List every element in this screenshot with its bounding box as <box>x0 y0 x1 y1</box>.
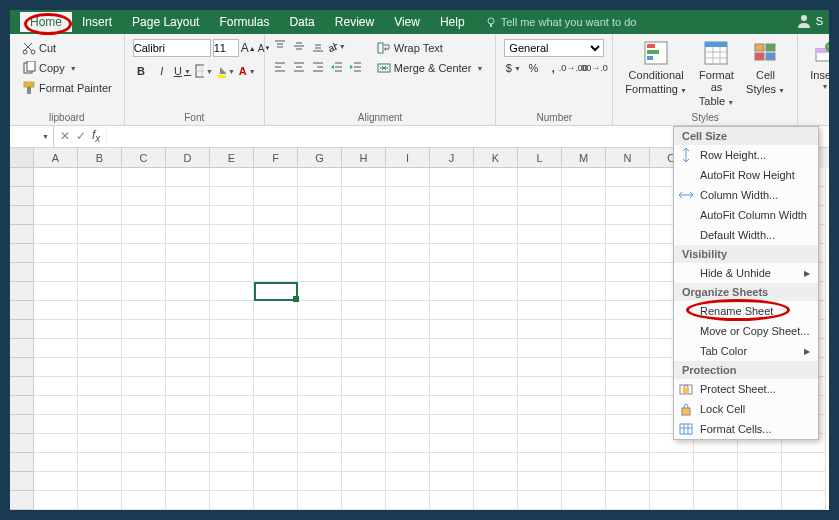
cell[interactable] <box>78 168 122 187</box>
cell[interactable] <box>430 415 474 434</box>
align-center-button[interactable] <box>290 58 308 76</box>
row-header[interactable] <box>10 396 34 415</box>
cell[interactable] <box>122 491 166 510</box>
cell[interactable] <box>474 187 518 206</box>
cell[interactable] <box>518 244 562 263</box>
row-header[interactable] <box>10 472 34 491</box>
cell[interactable] <box>474 168 518 187</box>
cell[interactable] <box>518 377 562 396</box>
cell[interactable] <box>210 301 254 320</box>
cell[interactable] <box>166 453 210 472</box>
cell[interactable] <box>606 282 650 301</box>
cell[interactable] <box>562 415 606 434</box>
cell[interactable] <box>298 415 342 434</box>
cell[interactable] <box>34 491 78 510</box>
col-header[interactable]: H <box>342 148 386 168</box>
cell[interactable] <box>298 377 342 396</box>
cell[interactable] <box>78 339 122 358</box>
cell[interactable] <box>254 434 298 453</box>
cell[interactable] <box>298 320 342 339</box>
copy-button[interactable]: Copy▼ <box>18 59 116 77</box>
cell[interactable] <box>474 434 518 453</box>
cell[interactable] <box>474 472 518 491</box>
cell[interactable] <box>210 187 254 206</box>
cell[interactable] <box>78 396 122 415</box>
cell[interactable] <box>386 472 430 491</box>
cell[interactable] <box>474 415 518 434</box>
tab-help[interactable]: Help <box>430 12 475 32</box>
cell[interactable] <box>122 206 166 225</box>
cell[interactable] <box>298 244 342 263</box>
cell[interactable] <box>474 453 518 472</box>
cell[interactable] <box>254 168 298 187</box>
row-header[interactable] <box>10 453 34 472</box>
cell[interactable] <box>122 339 166 358</box>
cell[interactable] <box>474 244 518 263</box>
cell[interactable] <box>430 453 474 472</box>
cell[interactable] <box>298 301 342 320</box>
cell[interactable] <box>254 320 298 339</box>
cell[interactable] <box>166 434 210 453</box>
cell[interactable] <box>562 339 606 358</box>
tab-home[interactable]: Home <box>20 12 72 32</box>
decrease-decimal-button[interactable]: .00→.0 <box>584 59 602 77</box>
menu-format-cells[interactable]: Format Cells... <box>674 419 818 439</box>
col-header[interactable]: D <box>166 148 210 168</box>
conditional-formatting-button[interactable]: Conditional Formatting▼ <box>619 37 693 110</box>
col-header[interactable]: B <box>78 148 122 168</box>
font-name-combo[interactable] <box>133 39 211 57</box>
enter-formula-button[interactable]: ✓ <box>76 129 86 143</box>
font-size-combo[interactable] <box>213 39 239 57</box>
cell[interactable] <box>254 301 298 320</box>
cell[interactable] <box>166 206 210 225</box>
cell[interactable] <box>34 320 78 339</box>
bold-button[interactable]: B <box>133 62 150 80</box>
cell[interactable] <box>562 358 606 377</box>
font-color-button[interactable]: A▼ <box>239 62 256 80</box>
cell[interactable] <box>122 168 166 187</box>
cancel-formula-button[interactable]: ✕ <box>60 129 70 143</box>
cell[interactable] <box>78 377 122 396</box>
cell[interactable] <box>430 434 474 453</box>
cell[interactable] <box>122 263 166 282</box>
cell[interactable] <box>34 225 78 244</box>
cell[interactable] <box>474 263 518 282</box>
cell[interactable] <box>430 339 474 358</box>
cell[interactable] <box>210 282 254 301</box>
cell[interactable] <box>298 206 342 225</box>
menu-protect-sheet[interactable]: Protect Sheet... <box>674 379 818 399</box>
cell[interactable] <box>122 415 166 434</box>
cell[interactable] <box>210 263 254 282</box>
cell[interactable] <box>78 320 122 339</box>
cell[interactable] <box>430 244 474 263</box>
cell[interactable] <box>122 377 166 396</box>
cell[interactable] <box>34 434 78 453</box>
cell[interactable] <box>518 301 562 320</box>
cell[interactable] <box>562 491 606 510</box>
cell[interactable] <box>166 301 210 320</box>
row-header[interactable] <box>10 377 34 396</box>
cell[interactable] <box>606 187 650 206</box>
cell[interactable] <box>782 491 826 510</box>
cell[interactable] <box>34 358 78 377</box>
cell[interactable] <box>474 320 518 339</box>
cell[interactable] <box>210 377 254 396</box>
cell[interactable] <box>254 396 298 415</box>
tab-review[interactable]: Review <box>325 12 384 32</box>
cell[interactable] <box>430 320 474 339</box>
cell[interactable] <box>386 396 430 415</box>
cell[interactable] <box>78 453 122 472</box>
cell[interactable] <box>562 263 606 282</box>
cell[interactable] <box>562 453 606 472</box>
cell[interactable] <box>562 244 606 263</box>
col-header[interactable]: L <box>518 148 562 168</box>
col-header[interactable]: E <box>210 148 254 168</box>
row-header[interactable] <box>10 358 34 377</box>
cell[interactable] <box>430 358 474 377</box>
menu-lock-cell[interactable]: Lock Cell <box>674 399 818 419</box>
cell[interactable] <box>386 453 430 472</box>
cell[interactable] <box>210 434 254 453</box>
cell[interactable] <box>254 453 298 472</box>
cell[interactable] <box>34 282 78 301</box>
cell[interactable] <box>430 301 474 320</box>
